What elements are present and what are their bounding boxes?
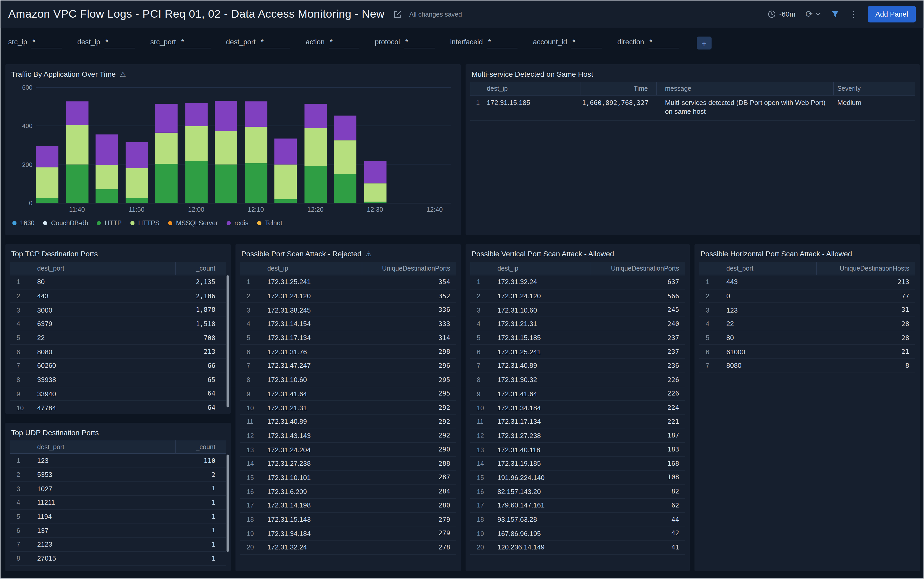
row-index: 13	[470, 446, 488, 453]
table-row: 1172.31.25.241354	[240, 275, 456, 289]
column-header[interactable]: UniqueDestinationPorts	[591, 262, 685, 275]
chart-y-axis: 0200400600	[5, 87, 33, 203]
filter-input-dest_ip[interactable]: *	[104, 38, 135, 49]
cell: 2,106	[176, 292, 226, 300]
column-header[interactable]: dest_port	[28, 443, 176, 450]
cell: 213	[816, 278, 915, 286]
column-header[interactable]: message	[657, 82, 834, 95]
bar-12:20[interactable]	[304, 87, 327, 203]
cell: 292	[362, 404, 456, 412]
column-header[interactable]: dest_port	[717, 265, 816, 272]
bar-segment-HTTPS	[215, 131, 237, 164]
column-header[interactable]: UniqueDestinationPorts	[362, 262, 456, 275]
filter-toggle-button[interactable]	[830, 10, 839, 18]
add-panel-button[interactable]: Add Panel	[868, 6, 916, 23]
time-range-selector[interactable]: -60m	[768, 10, 796, 18]
scrollbar-thumb[interactable]	[226, 275, 229, 407]
bar-12:00[interactable]	[185, 87, 207, 203]
cell: 44	[591, 515, 685, 523]
cell: 172.31.27.238	[488, 432, 591, 439]
cell: 33940	[28, 390, 176, 397]
filter-input-src_ip[interactable]: *	[31, 38, 62, 49]
bar-11:35[interactable]	[36, 87, 58, 203]
cell: 179.60.147.161	[488, 502, 591, 509]
legend-item-Telnet[interactable]: Telnet	[257, 219, 282, 226]
refresh-button[interactable]: ⟳	[806, 10, 821, 19]
scrollbar-thumb[interactable]	[226, 455, 229, 552]
vertical-port-scan-table: dest_ipUniqueDestinationPorts1172.31.32.…	[470, 262, 685, 554]
table-row: 83393865	[10, 373, 226, 387]
filter-input-dest_port[interactable]: *	[260, 38, 290, 49]
cell: 296	[362, 362, 456, 370]
bar-segment-redis	[245, 101, 267, 127]
column-header[interactable]: Time	[581, 82, 656, 95]
column-header[interactable]: _count	[176, 262, 226, 275]
legend-item-1630[interactable]: 1630	[12, 219, 34, 226]
bar-segment-HTTP	[66, 164, 88, 203]
table-row: 2172.31.24.120352	[240, 289, 456, 303]
cell: 172.31.25.241	[258, 278, 362, 285]
bar-11:55[interactable]	[155, 87, 177, 203]
bar-segment-redis	[66, 101, 88, 125]
row-index: 3	[10, 485, 28, 492]
table-row: 1123110	[10, 454, 226, 468]
row-index: 4	[240, 321, 258, 327]
bar-segment-HTTP	[245, 163, 267, 203]
edit-title-button[interactable]	[393, 10, 402, 19]
bar-12:25[interactable]	[334, 87, 356, 203]
column-header[interactable]: dest_ip	[488, 265, 591, 272]
bar-11:50[interactable]	[125, 87, 148, 203]
bar-segment-redis	[125, 142, 148, 168]
add-filter-button[interactable]: +	[696, 36, 711, 49]
row-index: 4	[10, 499, 28, 506]
table-row: 2172.31.24.120566	[470, 289, 685, 303]
row-index: 5	[10, 513, 28, 520]
cell: 172.31.19.185	[488, 460, 591, 467]
filter-input-direction[interactable]: *	[648, 38, 679, 49]
filter-input-protocol[interactable]: *	[404, 38, 435, 49]
column-header[interactable]: Severity	[834, 85, 915, 92]
filter-input-src_port[interactable]: *	[180, 38, 211, 49]
row-index: 7	[470, 362, 488, 369]
filter-label: src_ip	[8, 38, 27, 46]
cell: 65	[176, 376, 226, 384]
table-row: 312331	[699, 303, 915, 317]
column-header[interactable]: UniqueDestinationHosts	[816, 262, 915, 275]
bar-12:15[interactable]	[274, 87, 297, 203]
table-row: 66100021	[699, 345, 915, 359]
bar-12:05[interactable]	[215, 87, 237, 203]
legend-item-HTTP[interactable]: HTTP	[97, 219, 121, 226]
bar-11:45[interactable]	[95, 87, 118, 203]
bar-segment-redis	[334, 116, 356, 140]
cell: 172.31.41.64	[258, 390, 362, 397]
bar-segment-HTTP	[36, 198, 58, 203]
column-header[interactable]: _count	[176, 440, 226, 453]
column-header[interactable]: dest_port	[28, 265, 176, 272]
legend-item-MSSQLServer[interactable]: MSSQLServer	[168, 219, 218, 226]
cell: 60260	[28, 362, 176, 369]
filter-funnel-icon	[830, 10, 839, 18]
cell: 22	[717, 321, 816, 327]
column-header[interactable]: dest_ip	[487, 82, 581, 95]
bar-segment-HTTP	[274, 199, 297, 203]
filter-input-interfaceid[interactable]: *	[487, 38, 517, 49]
row-index: 2	[10, 471, 28, 478]
table-row: 15172.31.10.101287	[240, 471, 456, 485]
table-row: 5172.31.15.185237	[470, 331, 685, 345]
cell: 172.31.10.101	[258, 474, 362, 481]
legend-item-HTTPS[interactable]: HTTPS	[130, 219, 159, 226]
row-index: 7	[10, 541, 28, 548]
legend-item-CouchDB-db[interactable]: CouchDB-db	[43, 219, 88, 226]
legend-item-redis[interactable]: redis	[227, 219, 248, 226]
bar-12:30[interactable]	[364, 87, 386, 203]
column-header[interactable]: dest_ip	[258, 265, 362, 272]
more-options-button[interactable]: ⋮	[850, 10, 858, 18]
filter-input-action[interactable]: *	[329, 38, 359, 49]
panel-title-text: Traffic By Application Over Time	[11, 70, 116, 79]
bar-12:10[interactable]	[245, 87, 267, 203]
header-actions: -60m ⟳ ⋮ Add Panel	[768, 6, 916, 23]
row-index: 3	[470, 306, 488, 313]
cell: 172.31.24.120	[258, 292, 362, 299]
filter-input-account_id[interactable]: *	[571, 38, 602, 49]
bar-11:40[interactable]	[66, 87, 88, 203]
